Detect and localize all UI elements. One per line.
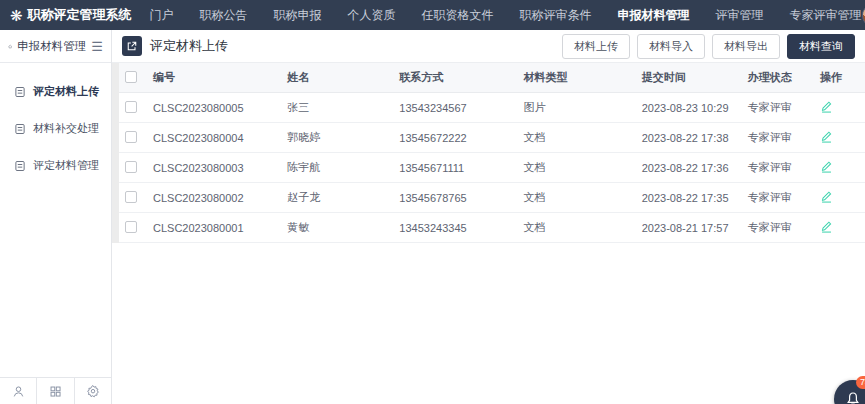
document-icon — [14, 123, 26, 135]
table-row: CLSC2023080002 赵子龙 13545678765 文档 2023-0… — [119, 183, 865, 213]
cell-id: CLSC2023080005 — [147, 93, 281, 123]
material-export-button[interactable]: 材料导出 — [712, 34, 780, 59]
external-link-icon — [126, 40, 138, 52]
app-title: 职称评定管理系统 — [28, 6, 132, 24]
row-checkbox[interactable] — [125, 131, 137, 143]
cell-name: 陈宇航 — [281, 153, 393, 183]
menu-item-expert-review-management[interactable]: 专家评审管理 — [790, 7, 862, 24]
cell-time: 2023-08-23 10:29 — [636, 93, 742, 123]
edit-icon[interactable] — [820, 220, 833, 233]
row-checkbox[interactable] — [125, 221, 137, 233]
document-icon — [14, 86, 26, 98]
material-search-button[interactable]: 材料查询 — [787, 34, 855, 59]
sidebar-footer — [0, 377, 111, 404]
material-upload-button[interactable]: 材料上传 — [562, 34, 630, 59]
table-header-row: 编号 姓名 联系方式 材料类型 提交时间 办理状态 操作 — [119, 63, 865, 93]
cell-phone: 13453243345 — [393, 213, 517, 243]
menu-item-announcements[interactable]: 职称公告 — [200, 7, 248, 24]
sidebar-item-label: 材料补交处理 — [33, 121, 99, 136]
cell-id: CLSC2023080002 — [147, 183, 281, 213]
sidebar-header: 申报材料管理 ☰ — [0, 30, 111, 63]
table-row: CLSC2023080003 陈宇航 13545671111 文档 2023-0… — [119, 153, 865, 183]
cell-status: 专家评审 — [742, 93, 814, 123]
row-checkbox[interactable] — [125, 191, 137, 203]
table-row: CLSC2023080005 张三 13543234567 图片 2023-08… — [119, 93, 865, 123]
sidebar-title: 申报材料管理 — [17, 39, 86, 54]
menu-item-declaration[interactable]: 职称申报 — [274, 7, 322, 24]
apps-footer-icon[interactable] — [37, 378, 74, 404]
cell-time: 2023-08-22 17:38 — [636, 123, 742, 153]
menu-item-review-conditions[interactable]: 职称评审条件 — [520, 7, 592, 24]
cell-phone: 13545672222 — [393, 123, 517, 153]
collapse-menu-icon[interactable]: ☰ — [91, 40, 103, 53]
row-checkbox[interactable] — [125, 101, 137, 113]
top-navbar: ❋ 职称评定管理系统 门户 职称公告 职称申报 个人资质 任职资格文件 职称评审… — [0, 0, 865, 30]
menu-item-personal-qualification[interactable]: 个人资质 — [348, 7, 396, 24]
content-header: 评定材料上传 材料上传 材料导入 材料导出 材料查询 — [112, 30, 865, 63]
materials-table-wrap: 编号 姓名 联系方式 材料类型 提交时间 办理状态 操作 CLSC2023080… — [112, 63, 865, 243]
cell-status: 专家评审 — [742, 183, 814, 213]
menu-item-material-management[interactable]: 申报材料管理 — [618, 7, 690, 24]
cell-type: 文档 — [518, 183, 636, 213]
cell-name: 郭晓婷 — [281, 123, 393, 153]
menu-item-qualification-files[interactable]: 任职资格文件 — [422, 7, 494, 24]
cell-type: 图片 — [518, 93, 636, 123]
cell-id: CLSC2023080001 — [147, 213, 281, 243]
select-all-checkbox[interactable] — [125, 71, 137, 83]
cell-name: 赵子龙 — [281, 183, 393, 213]
edit-icon[interactable] — [820, 160, 833, 173]
page-title-icon — [122, 36, 142, 56]
sidebar-item-label: 评定材料管理 — [33, 158, 99, 173]
cell-time: 2023-08-22 17:36 — [636, 153, 742, 183]
cell-type: 文档 — [518, 153, 636, 183]
cell-name: 张三 — [281, 93, 393, 123]
edit-icon[interactable] — [820, 130, 833, 143]
gear-icon — [86, 384, 100, 398]
user-footer-icon[interactable] — [0, 378, 37, 404]
sidebar-item-material-supplement[interactable]: 材料补交处理 — [0, 112, 111, 145]
menu-item-portal[interactable]: 门户 — [150, 7, 174, 24]
row-checkbox[interactable] — [125, 161, 137, 173]
edit-icon[interactable] — [820, 190, 833, 203]
menu-item-review-management[interactable]: 评审管理 — [716, 7, 764, 24]
sidebar-menu: 评定材料上传 材料补交处理 评定材料管理 — [0, 63, 111, 182]
settings-footer-icon[interactable] — [75, 378, 111, 404]
col-header-id: 编号 — [147, 63, 281, 93]
navbar-right: 演示 ▾ 3人 — [862, 0, 865, 32]
cell-id: CLSC2023080004 — [147, 123, 281, 153]
col-header-type: 材料类型 — [518, 63, 636, 93]
cell-phone: 13545671111 — [393, 153, 517, 183]
table-row: CLSC2023080004 郭晓婷 13545672222 文档 2023-0… — [119, 123, 865, 153]
page-title: 评定材料上传 — [150, 37, 228, 55]
cell-name: 黄敏 — [281, 213, 393, 243]
col-header-time: 提交时间 — [636, 63, 742, 93]
sidebar-item-material-upload[interactable]: 评定材料上传 — [0, 75, 111, 108]
app-logo: ❋ 职称评定管理系统 — [10, 6, 132, 24]
cell-time: 2023-08-22 17:35 — [636, 183, 742, 213]
col-header-name: 姓名 — [281, 63, 393, 93]
edit-icon[interactable] — [820, 100, 833, 113]
notifications-button[interactable]: 74 — [834, 380, 865, 404]
grid-icon — [49, 385, 62, 398]
table-row: CLSC2023080001 黄敏 13453243345 文档 2023-08… — [119, 213, 865, 243]
main-menu: 门户 职称公告 职称申报 个人资质 任职资格文件 职称评审条件 申报材料管理 评… — [150, 7, 862, 24]
document-icon — [14, 160, 26, 172]
col-header-status: 办理状态 — [742, 63, 814, 93]
notification-badge: 74 — [856, 376, 865, 389]
sidebar: 申报材料管理 ☰ 评定材料上传 材料补交处理 评定材料管理 — [0, 30, 112, 404]
sidebar-item-material-management[interactable]: 评定材料管理 — [0, 149, 111, 182]
bell-icon — [845, 391, 861, 404]
material-import-button[interactable]: 材料导入 — [637, 34, 705, 59]
cell-status: 专家评审 — [742, 153, 814, 183]
user-avatar[interactable] — [862, 6, 865, 25]
home-icon — [8, 40, 12, 53]
materials-table: 编号 姓名 联系方式 材料类型 提交时间 办理状态 操作 CLSC2023080… — [119, 63, 865, 243]
cell-phone: 13543234567 — [393, 93, 517, 123]
main-content: 评定材料上传 材料上传 材料导入 材料导出 材料查询 编号 姓名 — [112, 30, 865, 404]
cell-type: 文档 — [518, 213, 636, 243]
cell-type: 文档 — [518, 123, 636, 153]
logo-pinwheel-icon: ❋ — [10, 8, 23, 23]
person-icon — [12, 385, 25, 398]
cell-phone: 13545678765 — [393, 183, 517, 213]
cell-status: 专家评审 — [742, 123, 814, 153]
